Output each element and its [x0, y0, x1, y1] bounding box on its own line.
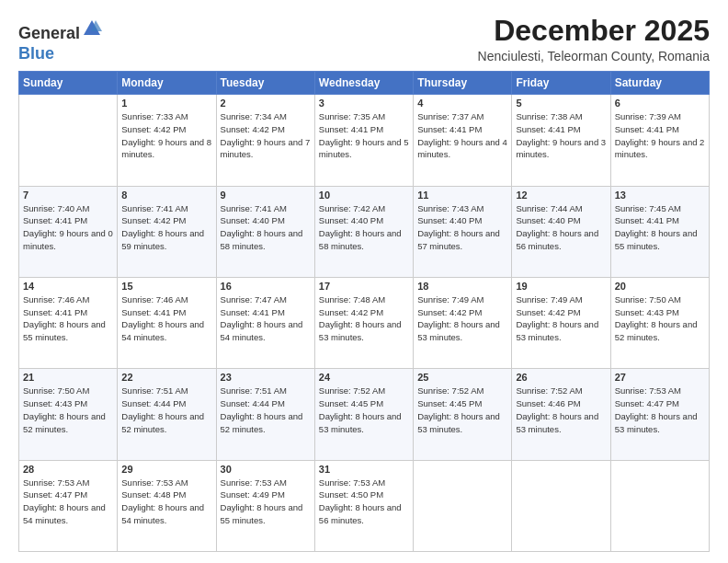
cell-info: Sunrise: 7:49 AMSunset: 4:42 PMDaylight:…: [516, 293, 606, 344]
header: General Blue December 2025 Nenciulesti, …: [18, 15, 710, 63]
sunset: Sunset: 4:41 PM: [221, 307, 285, 317]
day-number: 20: [615, 281, 705, 292]
sunset: Sunset: 4:41 PM: [417, 124, 482, 134]
calendar-cell: 24Sunrise: 7:52 AMSunset: 4:45 PMDayligh…: [314, 369, 413, 460]
calendar-cell: [414, 460, 512, 551]
sunset: Sunset: 4:40 PM: [319, 215, 383, 225]
sunrise: Sunrise: 7:53 AM: [615, 385, 681, 396]
cell-info: Sunrise: 7:42 AMSunset: 4:40 PMDaylight:…: [319, 202, 409, 253]
day-number: 11: [417, 190, 507, 201]
cell-info: Sunrise: 7:51 AMSunset: 4:44 PMDaylight:…: [221, 385, 311, 435]
calendar-cell: 30Sunrise: 7:53 AMSunset: 4:49 PMDayligh…: [216, 460, 314, 551]
cell-info: Sunrise: 7:50 AMSunset: 4:43 PMDaylight:…: [23, 385, 113, 435]
week-row-1: 7Sunrise: 7:40 AMSunset: 4:41 PMDaylight…: [19, 186, 710, 277]
calendar-cell: 20Sunrise: 7:50 AMSunset: 4:43 PMDayligh…: [610, 277, 709, 368]
sunrise: Sunrise: 7:52 AM: [319, 385, 385, 396]
cell-info: Sunrise: 7:53 AMSunset: 4:50 PMDaylight:…: [319, 477, 409, 527]
day-number: 12: [516, 190, 606, 201]
calendar-cell: 2Sunrise: 7:34 AMSunset: 4:42 PMDaylight…: [216, 95, 314, 186]
day-number: 8: [121, 190, 211, 201]
logo-blue-text: Blue: [18, 44, 102, 64]
daylight: Daylight: 8 hours and 54 minutes.: [221, 319, 303, 342]
sunset: Sunset: 4:45 PM: [417, 398, 482, 408]
sunset: Sunset: 4:43 PM: [23, 398, 87, 408]
daylight: Daylight: 8 hours and 53 minutes.: [615, 411, 698, 434]
week-row-3: 21Sunrise: 7:50 AMSunset: 4:43 PMDayligh…: [19, 369, 710, 460]
sunrise: Sunrise: 7:40 AM: [23, 203, 89, 213]
sunset: Sunset: 4:45 PM: [319, 398, 383, 408]
calendar-cell: [610, 460, 709, 551]
calendar-cell: 28Sunrise: 7:53 AMSunset: 4:47 PMDayligh…: [19, 460, 118, 551]
calendar-cell: 31Sunrise: 7:53 AMSunset: 4:50 PMDayligh…: [314, 460, 413, 551]
calendar-cell: 26Sunrise: 7:52 AMSunset: 4:46 PMDayligh…: [512, 369, 610, 460]
sunset: Sunset: 4:42 PM: [319, 307, 383, 317]
calendar-cell: [19, 95, 118, 186]
sunrise: Sunrise: 7:41 AM: [221, 203, 287, 213]
sunset: Sunset: 4:41 PM: [121, 307, 186, 317]
calendar-cell: 29Sunrise: 7:53 AMSunset: 4:48 PMDayligh…: [118, 460, 216, 551]
col-tuesday: Tuesday: [216, 72, 314, 95]
calendar-cell: [512, 460, 610, 551]
sunset: Sunset: 4:50 PM: [319, 489, 383, 500]
sunset: Sunset: 4:42 PM: [417, 307, 482, 317]
cell-info: Sunrise: 7:52 AMSunset: 4:46 PMDaylight:…: [516, 385, 606, 435]
col-thursday: Thursday: [414, 72, 512, 95]
calendar-cell: 1Sunrise: 7:33 AMSunset: 4:42 PMDaylight…: [118, 95, 216, 186]
calendar-cell: 10Sunrise: 7:42 AMSunset: 4:40 PMDayligh…: [314, 186, 413, 277]
sunset: Sunset: 4:42 PM: [121, 124, 186, 134]
cell-info: Sunrise: 7:37 AMSunset: 4:41 PMDaylight:…: [417, 110, 507, 161]
calendar-cell: 3Sunrise: 7:35 AMSunset: 4:41 PMDaylight…: [314, 95, 413, 186]
daylight: Daylight: 8 hours and 59 minutes.: [121, 228, 204, 251]
cell-info: Sunrise: 7:53 AMSunset: 4:49 PMDaylight:…: [221, 477, 311, 527]
day-number: 27: [615, 372, 705, 383]
cell-info: Sunrise: 7:50 AMSunset: 4:43 PMDaylight:…: [615, 293, 705, 344]
cell-info: Sunrise: 7:38 AMSunset: 4:41 PMDaylight:…: [516, 110, 606, 161]
cell-info: Sunrise: 7:46 AMSunset: 4:41 PMDaylight:…: [121, 293, 211, 344]
daylight: Daylight: 9 hours and 0 minutes.: [23, 228, 113, 251]
day-number: 28: [23, 464, 113, 475]
day-number: 24: [319, 372, 409, 383]
logo-icon: [82, 18, 102, 39]
calendar-table: Sunday Monday Tuesday Wednesday Thursday…: [18, 71, 710, 552]
cell-info: Sunrise: 7:39 AMSunset: 4:41 PMDaylight:…: [615, 110, 705, 161]
day-number: 13: [615, 190, 705, 201]
cell-info: Sunrise: 7:33 AMSunset: 4:42 PMDaylight:…: [121, 110, 211, 161]
daylight: Daylight: 8 hours and 55 minutes.: [23, 319, 106, 342]
daylight: Daylight: 8 hours and 56 minutes.: [516, 228, 598, 251]
sunset: Sunset: 4:40 PM: [417, 215, 482, 225]
calendar-cell: 22Sunrise: 7:51 AMSunset: 4:44 PMDayligh…: [118, 369, 216, 460]
sunset: Sunset: 4:44 PM: [121, 398, 186, 408]
sunset: Sunset: 4:44 PM: [221, 398, 285, 408]
day-number: 7: [23, 190, 113, 201]
day-number: 15: [121, 281, 211, 292]
sunset: Sunset: 4:40 PM: [516, 215, 580, 225]
week-row-4: 28Sunrise: 7:53 AMSunset: 4:47 PMDayligh…: [19, 460, 710, 551]
day-number: 18: [417, 281, 507, 292]
cell-info: Sunrise: 7:53 AMSunset: 4:48 PMDaylight:…: [121, 477, 211, 527]
sunset: Sunset: 4:41 PM: [319, 124, 383, 134]
daylight: Daylight: 8 hours and 54 minutes.: [121, 319, 204, 342]
calendar-cell: 6Sunrise: 7:39 AMSunset: 4:41 PMDaylight…: [610, 95, 709, 186]
day-number: 1: [121, 98, 211, 109]
daylight: Daylight: 8 hours and 52 minutes.: [221, 411, 303, 434]
day-number: 3: [319, 98, 409, 109]
cell-info: Sunrise: 7:41 AMSunset: 4:42 PMDaylight:…: [121, 202, 211, 253]
sunrise: Sunrise: 7:53 AM: [23, 477, 89, 488]
day-number: 4: [417, 98, 507, 109]
cell-info: Sunrise: 7:53 AMSunset: 4:47 PMDaylight:…: [615, 385, 705, 435]
sunrise: Sunrise: 7:53 AM: [121, 477, 188, 488]
sunset: Sunset: 4:40 PM: [221, 215, 285, 225]
daylight: Daylight: 9 hours and 4 minutes.: [417, 137, 507, 160]
day-number: 19: [516, 281, 606, 292]
calendar-cell: 25Sunrise: 7:52 AMSunset: 4:45 PMDayligh…: [414, 369, 512, 460]
day-number: 23: [221, 372, 311, 383]
sunrise: Sunrise: 7:47 AM: [221, 294, 287, 304]
sunrise: Sunrise: 7:39 AM: [615, 111, 681, 121]
cell-info: Sunrise: 7:46 AMSunset: 4:41 PMDaylight:…: [23, 293, 113, 344]
daylight: Daylight: 8 hours and 58 minutes.: [319, 228, 402, 251]
daylight: Daylight: 8 hours and 55 minutes.: [221, 502, 303, 525]
calendar-cell: 8Sunrise: 7:41 AMSunset: 4:42 PMDaylight…: [118, 186, 216, 277]
sunrise: Sunrise: 7:50 AM: [615, 294, 681, 304]
month-title: December 2025: [478, 15, 710, 47]
calendar-cell: 11Sunrise: 7:43 AMSunset: 4:40 PMDayligh…: [414, 186, 512, 277]
